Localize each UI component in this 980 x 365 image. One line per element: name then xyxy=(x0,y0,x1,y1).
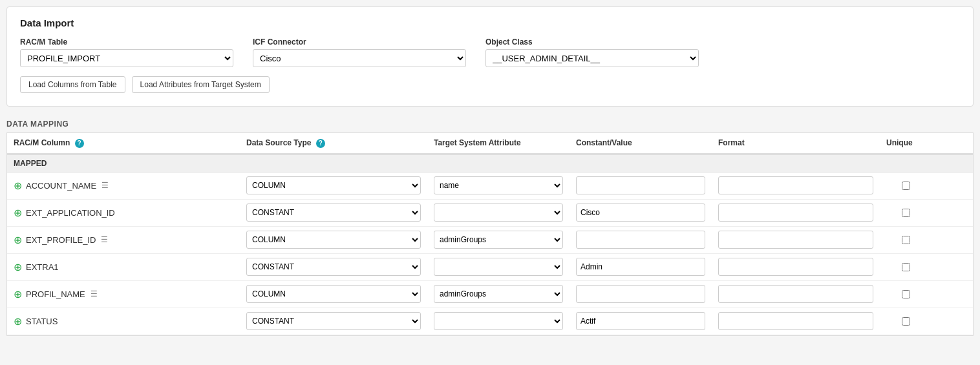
row6-const-cell xyxy=(570,312,712,330)
racm-column-help-icon[interactable]: ? xyxy=(75,139,84,148)
icf-connector-select[interactable]: Cisco xyxy=(253,49,466,67)
mapped-section-label: MAPPED xyxy=(7,154,973,172)
row1-unique-checkbox[interactable] xyxy=(902,182,910,190)
row5-format-input[interactable] xyxy=(718,285,873,303)
row5-unique-cell xyxy=(880,290,932,298)
table-row: ⊕ STATUS COLUMN CONSTANT xyxy=(7,308,973,335)
mapping-table: RAC/M Column ? Data Source Type ? Target… xyxy=(6,132,974,336)
row6-column-name: STATUS xyxy=(26,317,58,326)
row1-datasource-select[interactable]: COLUMN CONSTANT xyxy=(246,176,421,194)
row6-unique-checkbox[interactable] xyxy=(902,317,910,326)
row6-format-input[interactable] xyxy=(718,312,873,330)
row4-column-name: EXTRA1 xyxy=(26,262,59,272)
mapping-title: DATA MAPPING xyxy=(6,113,974,132)
header-data-source-type: Data Source Type ? xyxy=(240,138,427,148)
row3-target-cell: adminGroups xyxy=(427,231,570,249)
row4-datasource-select[interactable]: COLUMN CONSTANT xyxy=(246,258,421,276)
data-source-help-icon[interactable]: ? xyxy=(316,139,325,148)
row4-plus-icon[interactable]: ⊕ xyxy=(14,261,22,273)
row2-datasource-select[interactable]: COLUMN CONSTANT xyxy=(246,203,421,222)
row2-column-cell: ⊕ EXT_APPLICATION_ID xyxy=(7,207,240,219)
row5-unique-checkbox[interactable] xyxy=(902,290,910,298)
row3-unique-checkbox[interactable] xyxy=(902,236,910,244)
row1-const-input[interactable] xyxy=(576,176,705,194)
row4-unique-checkbox[interactable] xyxy=(902,263,910,271)
row1-unique-cell xyxy=(880,182,932,190)
object-class-group: Object Class __USER_ADMIN_DETAIL__ xyxy=(485,37,699,67)
row6-column-cell: ⊕ STATUS xyxy=(7,315,240,328)
row1-target-cell: name xyxy=(427,176,570,194)
row6-unique-cell xyxy=(880,317,932,326)
row6-format-cell xyxy=(712,312,880,330)
row4-const-cell xyxy=(570,258,712,276)
row5-format-cell xyxy=(712,285,880,303)
row2-column-name: EXT_APPLICATION_ID xyxy=(26,208,115,218)
row4-format-cell xyxy=(712,258,880,276)
page-title: Data Import xyxy=(20,17,960,28)
row4-format-input[interactable] xyxy=(718,258,873,276)
icf-connector-label: ICF Connector xyxy=(253,37,466,47)
row3-list-icon: ☰ xyxy=(101,235,108,244)
racm-table-group: RAC/M Table PROFILE_IMPORT xyxy=(20,37,233,67)
row4-unique-cell xyxy=(880,263,932,271)
load-attributes-button[interactable]: Load Attributes from Target System xyxy=(132,76,270,93)
row2-target-select[interactable] xyxy=(434,203,563,222)
row1-list-icon: ☰ xyxy=(101,181,109,190)
row5-target-cell: adminGroups xyxy=(427,285,570,303)
table-row: ⊕ EXT_APPLICATION_ID COLUMN CONSTANT xyxy=(7,200,973,227)
row3-format-input[interactable] xyxy=(718,231,873,249)
header-format: Format xyxy=(712,138,880,148)
row4-column-cell: ⊕ EXTRA1 xyxy=(7,261,240,273)
row2-format-input[interactable] xyxy=(718,203,873,222)
table-header: RAC/M Column ? Data Source Type ? Target… xyxy=(7,133,973,154)
table-row: ⊕ EXT_PROFILE_ID ☰ COLUMN CONSTANT admin… xyxy=(7,227,973,254)
racm-table-select[interactable]: PROFILE_IMPORT xyxy=(20,49,233,67)
icf-connector-group: ICF Connector Cisco xyxy=(253,37,466,67)
form-row: RAC/M Table PROFILE_IMPORT ICF Connector… xyxy=(20,37,960,67)
row4-target-cell xyxy=(427,258,570,276)
row5-const-cell xyxy=(570,285,712,303)
row2-target-cell xyxy=(427,203,570,222)
row3-column-name: EXT_PROFILE_ID xyxy=(26,235,96,245)
row6-datasource-cell: COLUMN CONSTANT xyxy=(240,312,427,330)
row3-const-input[interactable] xyxy=(576,231,705,249)
row3-const-cell xyxy=(570,231,712,249)
table-row: ⊕ PROFIL_NAME ☰ COLUMN CONSTANT adminGro… xyxy=(7,281,973,308)
row4-const-input[interactable] xyxy=(576,258,705,276)
row5-const-input[interactable] xyxy=(576,285,705,303)
row1-target-select[interactable]: name xyxy=(434,176,563,194)
row4-target-select[interactable] xyxy=(434,258,563,276)
row3-plus-icon[interactable]: ⊕ xyxy=(14,234,22,246)
row5-column-name: PROFIL_NAME xyxy=(26,289,85,299)
row2-const-input[interactable] xyxy=(576,203,705,222)
row6-const-input[interactable] xyxy=(576,312,705,330)
row5-list-icon: ☰ xyxy=(91,289,98,298)
row3-unique-cell xyxy=(880,236,932,244)
row3-datasource-select[interactable]: COLUMN CONSTANT xyxy=(246,231,421,249)
row5-datasource-select[interactable]: COLUMN CONSTANT xyxy=(246,285,421,303)
row1-format-cell xyxy=(712,176,880,194)
row5-target-select[interactable]: adminGroups xyxy=(434,285,563,303)
row4-datasource-cell: COLUMN CONSTANT xyxy=(240,258,427,276)
row6-datasource-select[interactable]: COLUMN CONSTANT xyxy=(246,312,421,330)
row5-datasource-cell: COLUMN CONSTANT xyxy=(240,285,427,303)
header-unique: Unique xyxy=(880,138,932,148)
row1-column-name: ACCOUNT_NAME xyxy=(26,181,96,191)
row3-target-select[interactable]: adminGroups xyxy=(434,231,563,249)
row1-plus-icon[interactable]: ⊕ xyxy=(14,180,22,192)
load-columns-button[interactable]: Load Columns from Table xyxy=(20,76,125,93)
row2-unique-checkbox[interactable] xyxy=(902,209,910,217)
row5-plus-icon[interactable]: ⊕ xyxy=(14,288,22,300)
object-class-select[interactable]: __USER_ADMIN_DETAIL__ xyxy=(485,49,699,67)
row1-format-input[interactable] xyxy=(718,176,873,194)
row2-plus-icon[interactable]: ⊕ xyxy=(14,207,22,219)
row3-format-cell xyxy=(712,231,880,249)
row6-plus-icon[interactable]: ⊕ xyxy=(14,315,22,328)
row3-datasource-cell: COLUMN CONSTANT xyxy=(240,231,427,249)
header-racm-column: RAC/M Column ? xyxy=(7,138,240,148)
row6-target-select[interactable] xyxy=(434,312,563,330)
mapping-panel: DATA MAPPING RAC/M Column ? Data Source … xyxy=(6,113,974,336)
row5-column-cell: ⊕ PROFIL_NAME ☰ xyxy=(7,288,240,300)
header-constant-value: Constant/Value xyxy=(570,138,712,148)
row1-const-cell xyxy=(570,176,712,194)
